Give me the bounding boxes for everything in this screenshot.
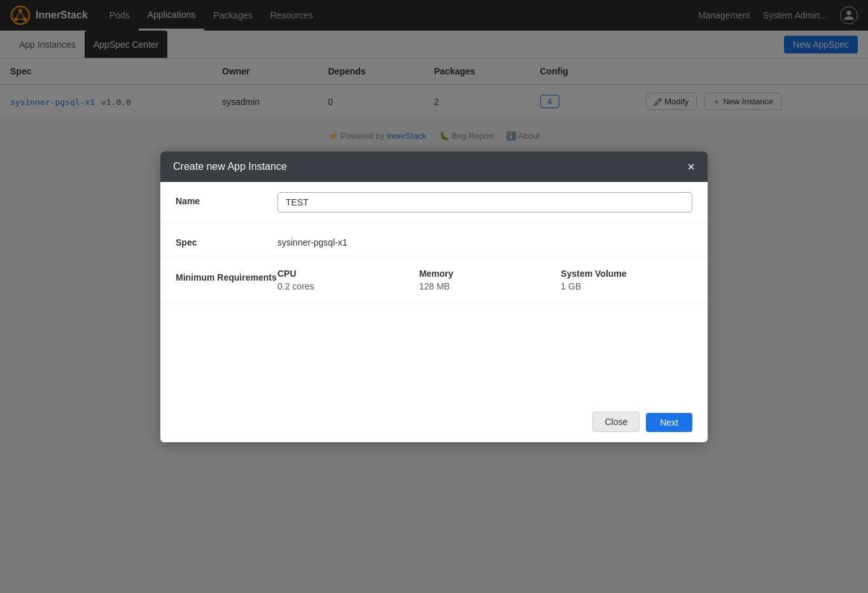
modal: Create new App Instance × Name Spec sysi…: [160, 151, 708, 154]
modal-overlay[interactable]: Create new App Instance × Name Spec sysi…: [0, 0, 868, 153]
modal-header: Create new App Instance ×: [160, 151, 708, 154]
